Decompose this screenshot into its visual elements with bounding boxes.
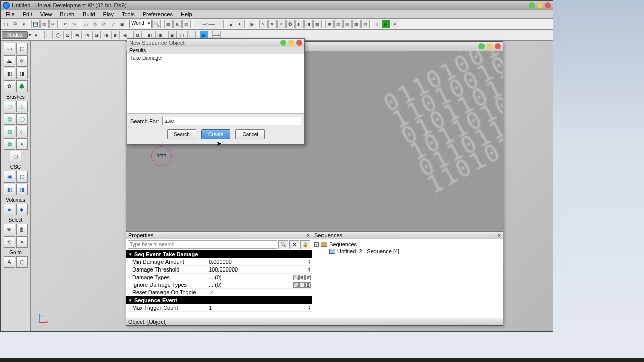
tb-h-icon[interactable]: ■ [325,20,334,28]
brush-stair3-icon[interactable]: ▦ [4,138,15,150]
goto-actor-icon[interactable]: A [4,256,15,268]
tb-f-icon[interactable]: ◨ [304,20,313,28]
tb-contentbrowser-icon[interactable]: ▦ [164,20,173,28]
property-row[interactable]: Damage Threshold100.000000▲▼ [126,266,312,274]
tb-e-icon[interactable]: ◧ [295,20,304,28]
tb-select-icon[interactable]: ▭ [82,20,90,28]
brush-stair1-icon[interactable]: ▤ [4,113,15,125]
tb-mode8-icon[interactable]: ◐ [111,31,120,39]
property-row[interactable]: Max Trigger Count1▲▼ [126,304,312,312]
tb-c-icon[interactable]: ✧ [277,20,286,28]
kismet-close-icon[interactable] [495,43,501,49]
csg-int-icon[interactable]: ◧ [4,184,15,195]
tb-playopt-icon[interactable]: ▾ [391,20,399,28]
tb-play-icon[interactable]: ▶ [382,20,390,28]
list-item[interactable]: Take Damage [127,54,304,62]
search-button[interactable]: Search [167,129,196,139]
brush-cone-icon[interactable]: △ [16,101,28,112]
pal-move-icon[interactable]: ✥ [16,55,28,67]
property-row[interactable]: Ignore Damage Types... (0)🔍⊕🗑 [126,281,312,289]
tb-b-icon[interactable]: ✕ [268,20,277,28]
tb-mode7-icon[interactable]: ◑ [102,31,110,39]
brush-vol-icon[interactable]: ▢ [10,151,21,162]
pal-tree-icon[interactable]: 🌲 [16,80,28,92]
tb-coordspace-combo[interactable]: World [129,20,152,28]
tb-new-icon[interactable]: ▢ [2,20,10,28]
tb-rotate-icon[interactable]: ⟳ [100,20,108,28]
menu-help[interactable]: Help [177,11,196,18]
menu-view[interactable]: View [36,11,56,18]
tb-buildpaths-icon[interactable]: ◉ [248,20,256,28]
goto-builder-icon[interactable]: ▢ [16,256,28,268]
tb-mode6-icon[interactable]: ◕ [92,31,101,39]
close-icon[interactable] [545,2,551,8]
pal-terrain-icon[interactable]: ⛰ [4,55,15,67]
pal-texture-icon[interactable]: ◧ [4,68,15,79]
dialog-maximize-icon[interactable] [288,40,294,46]
menu-build[interactable]: Build [78,11,99,18]
tb-g-icon[interactable]: ▦ [313,20,322,28]
minimize-icon[interactable] [529,2,535,8]
sequences-tree[interactable]: −Sequences Untitled_2 - Sequence [4] [312,239,503,318]
tb-browse-icon[interactable]: ◰ [49,20,58,28]
tree-root[interactable]: −Sequences [314,241,501,248]
tb-save-icon[interactable]: 💾 [31,20,40,28]
property-row[interactable]: Reset Damage On Toggle✓ [126,289,312,296]
brush-stair2-icon[interactable]: ▥ [4,126,15,137]
tb-scale-icon[interactable]: ⤢ [109,20,117,28]
dialog-close-icon[interactable] [296,40,302,46]
vol-add-icon[interactable]: ■ [4,204,15,215]
tb-matinee-icon[interactable]: ▤ [182,20,191,28]
menu-brush[interactable]: Brush [56,11,78,18]
vol-special-icon[interactable]: ◆ [16,204,28,215]
create-button[interactable]: Create [201,129,230,139]
menu-play[interactable]: Play [99,11,118,18]
tb-mode2-icon[interactable]: ◯ [54,31,62,39]
tb-saveall-icon[interactable]: ▤ [40,20,49,28]
tb-open-icon[interactable]: ⧉ [11,20,19,28]
tb-mode3-icon[interactable]: ◒ [63,31,72,39]
menu-preferences[interactable]: Preferences [139,11,177,18]
tb-mode1-icon[interactable]: ▢ [44,31,53,39]
maximize-icon[interactable] [537,2,543,8]
menu-file[interactable]: File [2,11,19,18]
dialog-results-list[interactable]: Take Damage [127,54,304,114]
properties-search-input[interactable] [128,240,277,249]
csg-deint-icon[interactable]: ◨ [16,184,28,195]
pal-mesh-icon[interactable]: ◨ [16,68,28,79]
tb-d-icon[interactable]: ✪ [286,20,295,28]
tb-a-icon[interactable]: ↖ [259,20,268,28]
pal-geom-icon[interactable]: ◫ [16,43,28,54]
tb-translate-icon[interactable]: ✥ [91,20,99,28]
property-row[interactable]: Damage Types... (0)🔍⊕🗑 [126,274,312,281]
sel-hide-icon[interactable]: 🗑 [16,224,28,235]
tb-j-icon[interactable]: ▥ [343,20,352,28]
tb-mode5-icon[interactable]: ◔ [83,31,91,39]
tb-slider-icon[interactable]: ─○── [194,20,224,28]
prop-group-sequence-event[interactable]: ▼Sequence Event [126,296,312,304]
dialog-minimize-icon[interactable] [280,40,286,46]
dialog-search-input[interactable] [162,117,301,125]
brush-sphere-icon[interactable]: ● [16,138,28,150]
graph-object-ref[interactable]: ??? [151,146,172,166]
tb-k-icon[interactable]: ▦ [352,20,361,28]
kismet-minimize-icon[interactable] [478,43,485,49]
tb-l-icon[interactable]: ▧ [361,20,370,28]
sel-none-icon[interactable]: ✕ [16,236,28,248]
tb-search-icon[interactable]: 🔍 [152,20,161,28]
menu-tools[interactable]: Tools [118,11,139,18]
sel-inv-icon[interactable]: ⟲ [4,236,15,248]
tb-redo-icon[interactable]: ↷ [70,20,78,28]
brush-sheet-icon[interactable]: ◇ [16,126,28,137]
properties-close-icon[interactable]: × [307,233,310,238]
tb-i-icon[interactable]: ▤ [334,20,343,28]
tb-m-icon[interactable]: K [373,20,381,28]
sequences-close-icon[interactable]: × [498,233,501,238]
prop-lock-btn-icon[interactable]: 🔒 [300,240,310,249]
brush-cylinder-icon[interactable]: ◯ [16,113,28,125]
tb-scale-nonuniform-icon[interactable]: ▣ [118,20,126,28]
cancel-button[interactable]: Cancel [235,129,265,139]
sel-show-icon[interactable]: 👁 [4,224,15,235]
pal-camera-icon[interactable]: ▭ [4,43,15,54]
tb-undo-icon[interactable]: ↶ [61,20,69,28]
